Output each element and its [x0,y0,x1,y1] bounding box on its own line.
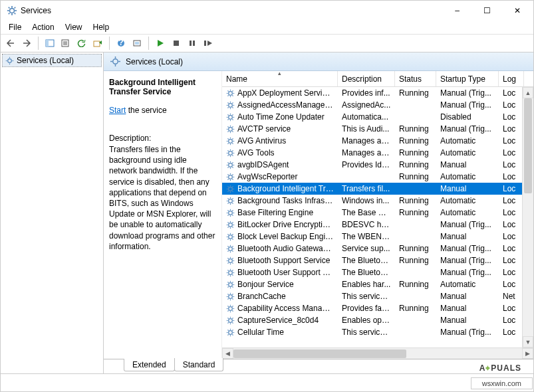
tab-extended[interactable]: Extended [124,359,175,371]
svg-line-41 [227,95,228,96]
tree-node-label: Services (Local) [17,56,74,65]
service-row[interactable]: AppX Deployment Service (...Provides inf… [222,87,533,99]
scroll-left-icon[interactable]: ◀ [222,348,233,359]
svg-line-185 [227,286,228,287]
gear-icon [226,197,235,205]
service-row[interactable]: Capability Access Manager ...Provides fa… [222,302,533,314]
svg-line-174 [227,270,228,270]
back-button[interactable] [3,36,18,50]
svg-point-61 [229,127,233,131]
service-startup-type: Automatic [436,196,499,205]
svg-point-0 [10,9,15,13]
menu-view[interactable]: View [60,21,88,33]
horizontal-scrollbar[interactable]: ◀ ▶ [222,347,533,359]
action-button[interactable] [130,36,144,50]
svg-line-68 [227,131,228,132]
service-startup-type: Manual (Trig... [436,220,499,229]
gear-icon [226,292,235,301]
service-row[interactable]: Background Intelligent Tran...Transfers … [222,183,533,195]
scroll-right-icon[interactable]: ▶ [522,348,533,359]
gear-icon [226,101,235,110]
service-row[interactable]: AVCTP serviceThis is Audi...RunningManua… [222,123,533,135]
vertical-scrollbar[interactable]: ▲ ▼ [522,87,533,347]
service-description: Windows in... [338,196,395,205]
main-split: Services (Local) Services (Local) Backgr… [1,52,533,374]
service-row[interactable]: Cellular TimeThis service ...Manual (Tri… [222,326,533,338]
refresh-button[interactable] [74,36,89,50]
service-row[interactable]: Base Filtering EngineThe Base Fil...Runn… [222,207,533,219]
service-status: Running [395,124,436,134]
column-description[interactable]: Description [338,71,395,86]
svg-line-130 [232,215,233,215]
close-button[interactable]: ✕ [502,1,532,20]
service-startup-type: Disabled [436,112,499,122]
svg-line-76 [232,143,233,144]
svg-line-84 [227,150,228,151]
svg-line-175 [232,274,233,275]
svg-line-194 [227,298,228,299]
service-row[interactable]: Background Tasks Infrastruc...Windows in… [222,195,533,207]
service-row[interactable]: Block Level Backup Engine ...The WBENG..… [222,231,533,243]
service-description: This service ... [338,292,395,301]
svg-line-121 [232,203,233,203]
stop-service-button[interactable] [169,36,184,50]
column-logon[interactable]: Log [499,71,524,86]
service-row[interactable]: Auto Time Zone UpdaterAutomatica...Disab… [222,111,533,123]
service-row[interactable]: AvgWscReporterRunningAutomaticLoc [222,171,533,183]
service-row[interactable]: CaptureService_8c0d4Enables opti...Manua… [222,314,533,326]
scroll-up-icon[interactable]: ▲ [523,87,533,98]
gear-icon [226,245,235,253]
start-service-link[interactable]: Start [109,106,126,115]
service-row[interactable]: BranchCacheThis service ...ManualNet [222,290,533,302]
maximize-button[interactable]: ☐ [472,1,502,20]
service-description: Manages an... [338,136,395,146]
svg-line-159 [232,246,233,246]
svg-line-167 [227,262,228,263]
scroll-down-icon[interactable]: ▼ [523,336,533,347]
svg-line-203 [227,310,228,311]
minimize-button[interactable]: – [442,1,472,20]
service-row[interactable]: BitLocker Drive Encryption ...BDESVC hos… [222,219,533,231]
properties-button[interactable] [59,36,73,50]
service-logon: Loc [499,160,524,169]
svg-text:?: ? [118,39,123,47]
svg-line-105 [232,174,233,175]
svg-point-133 [229,223,233,227]
export-button[interactable] [90,36,105,50]
menu-file[interactable]: File [3,21,27,33]
menu-action[interactable]: Action [27,21,59,33]
help-button[interactable]: ? [114,36,128,50]
service-row[interactable]: Bonjour ServiceEnables har...RunningAuto… [222,278,533,290]
service-logon: Loc [499,268,524,277]
service-row[interactable]: AssignedAccessManager Se...AssignedAc...… [222,99,533,111]
scroll-thumb[interactable] [233,349,406,358]
gear-icon [226,280,235,289]
service-name: Bluetooth Support Service [237,256,334,265]
service-row[interactable]: Bluetooth Support ServiceThe Bluetoo...R… [222,254,533,266]
svg-line-114 [232,186,233,187]
scroll-thumb[interactable] [524,98,532,193]
column-name[interactable]: Name▴ [222,71,338,86]
column-status[interactable]: Status [395,71,436,86]
svg-line-94 [232,167,233,167]
restart-service-button[interactable] [201,36,215,50]
show-hide-tree-button[interactable] [43,36,57,50]
service-status: Running [395,148,436,157]
service-row[interactable]: Bluetooth User Support Ser...The Bluetoo… [222,266,533,278]
tree-node-services-local[interactable]: Services (Local) [2,54,102,67]
service-row[interactable]: AVG ToolsManages an...RunningAutomaticLo… [222,147,533,159]
menu-help[interactable]: Help [88,21,115,33]
service-row[interactable]: Bluetooth Audio Gateway S...Service sup.… [222,243,533,254]
service-row[interactable]: avgbIDSAgentProvides Ide...RunningManual… [222,159,533,171]
service-description: The Base Fil... [338,208,395,217]
service-row[interactable]: AVG AntivirusManages an...RunningAutomat… [222,135,533,147]
service-logon: Loc [499,304,524,313]
gear-icon [226,125,235,134]
pause-service-button[interactable] [185,36,200,50]
start-service-button[interactable] [153,36,168,50]
service-startup-type: Manual [436,304,499,313]
forward-button[interactable] [19,36,34,50]
tab-standard[interactable]: Standard [174,358,224,371]
svg-point-160 [229,258,233,262]
column-startup-type[interactable]: Startup Type [436,71,499,86]
